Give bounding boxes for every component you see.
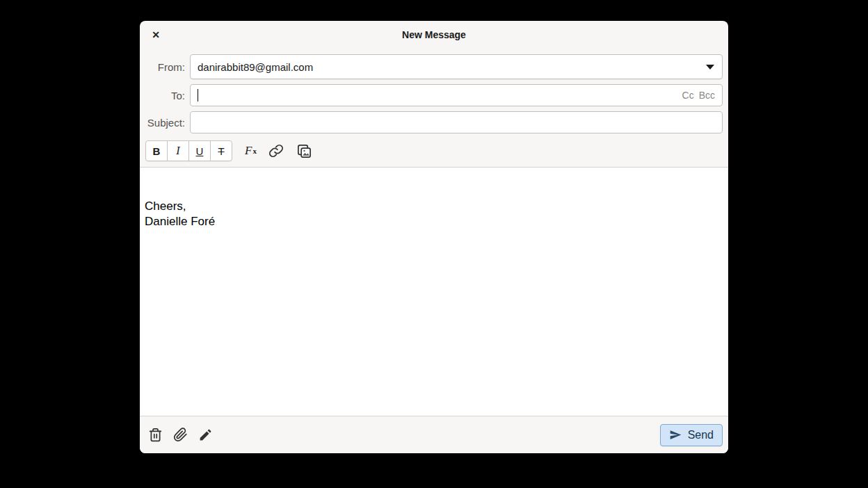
- to-input[interactable]: Cc Bcc: [190, 84, 723, 106]
- from-label: From:: [140, 61, 185, 73]
- send-button[interactable]: Send: [660, 424, 723, 446]
- text-style-button-group: B I U T: [145, 140, 232, 161]
- close-icon[interactable]: ✕: [148, 27, 163, 42]
- remove-formatting-x: x: [252, 147, 257, 155]
- compose-header-form: From: danirabbit89@gmail.com To: Cc Bcc: [140, 49, 728, 133]
- send-plane-icon: [669, 429, 682, 441]
- bold-button[interactable]: B: [145, 140, 168, 161]
- cc-button[interactable]: Cc: [682, 90, 694, 101]
- body-line: Danielle Foré: [145, 214, 723, 229]
- remove-formatting-icon[interactable]: Fx: [245, 144, 257, 158]
- desktop-background: ✕ New Message From: danirabbit89@gmail.c…: [0, 0, 868, 488]
- new-message-window: ✕ New Message From: danirabbit89@gmail.c…: [140, 21, 728, 453]
- underline-button[interactable]: U: [188, 140, 211, 161]
- window-title: New Message: [402, 29, 466, 40]
- composer-action-bar: Send: [140, 416, 728, 453]
- titlebar[interactable]: ✕ New Message: [140, 21, 728, 49]
- strikethrough-button[interactable]: T: [210, 140, 232, 161]
- bcc-button[interactable]: Bcc: [699, 90, 715, 101]
- subject-label: Subject:: [140, 117, 185, 129]
- trash-icon[interactable]: [148, 428, 163, 442]
- from-row: From: danirabbit89@gmail.com: [140, 54, 723, 79]
- chevron-down-icon: [705, 63, 715, 70]
- text-cursor: [198, 89, 198, 101]
- subject-row: Subject:: [140, 111, 723, 133]
- from-account-value: danirabbit89@gmail.com: [198, 61, 705, 73]
- attach-icon[interactable]: [173, 428, 188, 442]
- italic-button[interactable]: I: [167, 140, 189, 161]
- insert-link-icon[interactable]: [268, 143, 284, 158]
- pencil-icon[interactable]: [198, 428, 213, 442]
- from-account-dropdown[interactable]: danirabbit89@gmail.com: [190, 54, 723, 79]
- remove-formatting-f: F: [245, 144, 252, 158]
- insert-image-icon[interactable]: [296, 143, 312, 159]
- subject-input[interactable]: [190, 111, 723, 133]
- message-body-editor[interactable]: Cheers, Danielle Foré: [140, 167, 728, 416]
- send-button-label: Send: [688, 429, 714, 441]
- to-row: To: Cc Bcc: [140, 84, 723, 106]
- format-toolbar: B I U T Fx: [145, 140, 728, 161]
- body-line: Cheers,: [145, 199, 723, 214]
- to-label: To:: [140, 90, 185, 101]
